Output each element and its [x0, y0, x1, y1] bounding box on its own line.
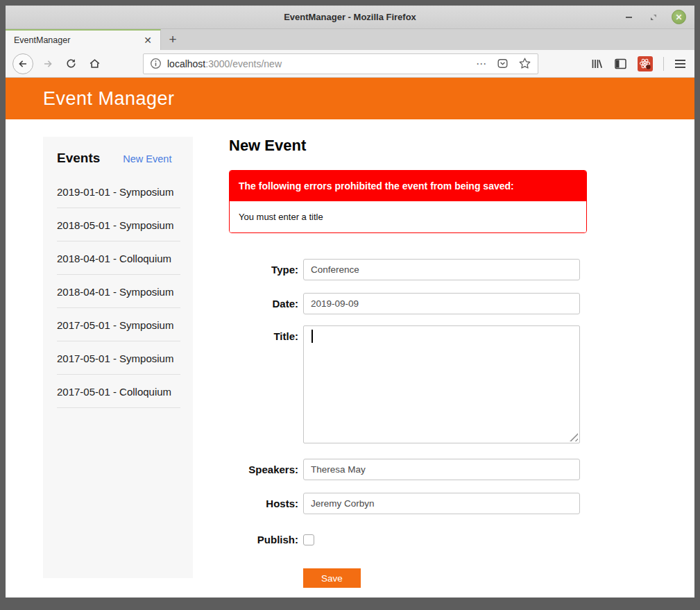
- save-button[interactable]: Save: [303, 568, 361, 588]
- publish-label: Publish:: [229, 529, 298, 550]
- title-row: Title:: [229, 325, 587, 443]
- speakers-row: Speakers:: [229, 459, 587, 480]
- title-label: Title:: [229, 325, 298, 347]
- new-tab-button[interactable]: +: [161, 29, 185, 50]
- type-input[interactable]: [303, 259, 580, 280]
- navigation-toolbar: localhost:3000/events/new ⋯: [6, 50, 694, 78]
- home-button[interactable]: [85, 54, 104, 73]
- type-row: Type:: [229, 259, 587, 280]
- event-list-item[interactable]: 2018-04-01 - Colloquium: [57, 242, 180, 275]
- hosts-input[interactable]: [303, 493, 580, 514]
- sidebar-header: Events New Event: [57, 151, 180, 166]
- react-devtools-extension-icon[interactable]: [638, 56, 653, 71]
- event-list-item[interactable]: 2018-05-01 - Symposium: [57, 208, 180, 242]
- window-titlebar[interactable]: EventManager - Mozilla Firefox ✕: [6, 6, 694, 29]
- tab-close-icon[interactable]: ✕: [142, 35, 153, 45]
- minimize-button[interactable]: [622, 10, 635, 24]
- event-list-item[interactable]: 2017-05-01 - Symposium: [57, 341, 180, 375]
- event-list-item[interactable]: 2017-05-01 - Colloquium: [57, 375, 180, 408]
- site-info-icon[interactable]: [150, 58, 162, 69]
- new-event-link[interactable]: New Event: [123, 153, 171, 164]
- event-list: 2019-01-01 - Symposium 2018-05-01 - Symp…: [57, 175, 180, 408]
- tab-title: EventManager: [14, 35, 142, 45]
- back-button[interactable]: [12, 53, 33, 74]
- hosts-label: Hosts:: [229, 493, 298, 514]
- speakers-input[interactable]: [303, 459, 580, 480]
- close-icon: ✕: [675, 13, 682, 22]
- tab-bar: EventManager ✕ +: [6, 29, 694, 50]
- url-text[interactable]: localhost:3000/events/new: [167, 58, 476, 69]
- browser-window: EventManager - Mozilla Firefox ✕ EventMa…: [6, 6, 694, 598]
- error-box: The following errors prohibited the even…: [229, 170, 587, 233]
- menu-hamburger-icon[interactable]: [674, 59, 686, 69]
- restore-icon: [649, 13, 658, 22]
- events-heading: Events: [57, 151, 100, 166]
- error-header: The following errors prohibited the even…: [230, 171, 586, 201]
- reload-button[interactable]: [62, 54, 80, 73]
- close-button[interactable]: ✕: [672, 10, 686, 24]
- url-host: localhost: [167, 58, 205, 69]
- date-input[interactable]: [303, 293, 580, 314]
- app-header: Event Manager: [6, 78, 694, 119]
- toolbar-separator: [663, 57, 664, 71]
- new-event-main: New Event The following errors prohibite…: [229, 119, 587, 588]
- minimize-icon: [626, 17, 632, 18]
- page-title: New Event: [229, 137, 587, 155]
- type-label: Type:: [229, 259, 298, 280]
- bookmark-star-icon[interactable]: [518, 57, 531, 70]
- speakers-label: Speakers:: [229, 459, 298, 480]
- urlbar-actions: ⋯: [476, 57, 531, 70]
- page-viewport: Event Manager Events New Event 2019-01-0…: [6, 78, 694, 598]
- reload-icon: [65, 58, 77, 69]
- event-list-item[interactable]: 2019-01-01 - Symposium: [57, 175, 180, 208]
- title-textarea[interactable]: [303, 325, 580, 443]
- window-title: EventManager - Mozilla Firefox: [284, 12, 416, 22]
- error-message: You must enter a title: [230, 201, 586, 232]
- date-row: Date:: [229, 293, 587, 314]
- publish-checkbox[interactable]: [303, 534, 314, 545]
- event-list-item[interactable]: 2017-05-01 - Symposium: [57, 308, 180, 341]
- url-bar[interactable]: localhost:3000/events/new ⋯: [143, 53, 538, 74]
- event-list-item[interactable]: 2018-04-01 - Symposium: [57, 275, 180, 308]
- forward-button[interactable]: [38, 54, 57, 73]
- date-label: Date:: [229, 293, 298, 314]
- home-icon: [89, 58, 101, 69]
- save-row: Save: [303, 568, 587, 588]
- tab-eventmanager[interactable]: EventManager ✕: [6, 29, 161, 50]
- library-icon[interactable]: [590, 58, 604, 70]
- app-title: Event Manager: [43, 88, 175, 110]
- text-caret: [311, 330, 313, 343]
- forward-arrow-icon: [42, 58, 53, 69]
- toolbar-right-icons: [590, 56, 686, 71]
- url-path: :3000/events/new: [205, 58, 282, 69]
- publish-row: Publish:: [229, 529, 587, 550]
- window-controls: ✕: [622, 6, 686, 28]
- back-arrow-icon: [17, 58, 28, 69]
- sidebars-icon[interactable]: [614, 58, 627, 70]
- hosts-row: Hosts:: [229, 493, 587, 514]
- restore-button[interactable]: [647, 10, 660, 24]
- events-sidebar: Events New Event 2019-01-01 - Symposium …: [43, 137, 193, 578]
- page-content: Events New Event 2019-01-01 - Symposium …: [6, 119, 694, 598]
- page-actions-icon[interactable]: ⋯: [476, 58, 487, 69]
- pocket-icon[interactable]: [497, 58, 509, 69]
